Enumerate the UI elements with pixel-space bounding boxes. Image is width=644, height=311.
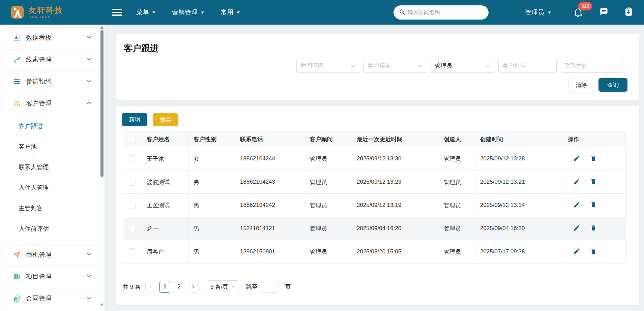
sidebar-group-head-contract[interactable]: 合同管理 bbox=[2, 288, 99, 309]
sidebar-group-label: 数据看板 bbox=[26, 33, 86, 42]
logo-text: 友轩科技 -INX TECH- bbox=[28, 6, 63, 19]
messages-button[interactable] bbox=[599, 7, 609, 18]
edit-button[interactable] bbox=[573, 155, 580, 163]
sidebar-submenu: 客户跟进客户池联系人管理入住人管理主管判客入住前评估 bbox=[2, 114, 99, 243]
table-cell: 2025/09/12 13:14 bbox=[475, 194, 563, 217]
advisor-select[interactable]: 管理员 bbox=[431, 59, 495, 73]
delete-button[interactable] bbox=[590, 224, 597, 232]
table-cell: 2025/09/12 13:30 bbox=[352, 147, 439, 170]
nav-item-menu[interactable]: 菜单 bbox=[136, 8, 156, 17]
actions-cell bbox=[563, 194, 626, 217]
notifications-button[interactable]: 313 bbox=[573, 7, 584, 18]
sidebar-item-supervisor-judge[interactable]: 主管判客 bbox=[2, 198, 99, 218]
sidebar-item-customer-follow[interactable]: 客户跟进 bbox=[2, 116, 99, 136]
column-header: 客户顾问 bbox=[305, 131, 352, 147]
select-all-checkbox[interactable] bbox=[129, 136, 136, 143]
table-cell: 管理员 bbox=[439, 147, 475, 170]
edit-button[interactable] bbox=[573, 178, 580, 186]
actions-cell bbox=[563, 147, 626, 170]
table-cell: 2025/09/04 16:20 bbox=[475, 217, 563, 240]
jump-page-input[interactable] bbox=[261, 281, 279, 293]
sidebar-item-pre-checkin-assess[interactable]: 入住前评估 bbox=[2, 218, 99, 239]
sidebar-group-head-visit-booking[interactable]: 参访预约 bbox=[2, 71, 99, 92]
chevron-down-icon bbox=[417, 63, 423, 69]
customer-name-input[interactable] bbox=[503, 63, 552, 69]
delete-button[interactable] bbox=[590, 201, 597, 209]
next-page-button[interactable] bbox=[188, 281, 199, 293]
pencil-icon bbox=[573, 227, 580, 232]
prev-page-button[interactable] bbox=[145, 281, 156, 293]
tasks-button[interactable] bbox=[624, 7, 633, 18]
sidebar-group-visit-booking: 参访预约 bbox=[2, 71, 99, 92]
table-cell: 18862104243 bbox=[235, 170, 305, 194]
documents-icon bbox=[13, 295, 21, 302]
sidebar-group-head-dashboard[interactable]: 数据看板 bbox=[2, 28, 99, 48]
nav-item-common[interactable]: 常用 bbox=[221, 8, 240, 17]
pagination: 共 9 条 12 5 条/页 bbox=[123, 280, 639, 293]
row-checkbox[interactable] bbox=[129, 155, 136, 162]
sidebar-group-head-customer[interactable]: 客户管理 bbox=[2, 93, 99, 114]
page-button-2[interactable]: 2 bbox=[174, 281, 184, 293]
table-row: 王子沐女18862104244管理员2025/09/12 13:30管理员202… bbox=[123, 147, 626, 170]
sidebar-scroll-down-arrow[interactable] bbox=[100, 304, 104, 306]
table-cell: 男 bbox=[189, 240, 235, 263]
user-dropdown[interactable]: 管理员 bbox=[525, 8, 551, 17]
table-cell: 管理员 bbox=[439, 240, 475, 263]
sidebar-group-opportunity: 商机管理 bbox=[2, 244, 99, 265]
edit-button[interactable] bbox=[573, 248, 580, 256]
sidebar-group-head-project[interactable]: 项目管理 bbox=[2, 267, 99, 287]
sidebar-item-customer-pool[interactable]: 客户池 bbox=[2, 136, 99, 157]
page-button-1[interactable]: 1 bbox=[159, 281, 170, 293]
sidebar-group-label: 商机管理 bbox=[26, 250, 86, 259]
chevron-down-icon bbox=[86, 78, 92, 85]
chevron-down-icon bbox=[350, 63, 356, 69]
nav-item-label: 营销管理 bbox=[172, 8, 198, 17]
nav-item-label: 常用 bbox=[221, 8, 233, 17]
pencil-icon bbox=[573, 158, 580, 163]
sidebar-group-head-opportunity[interactable]: 商机管理 bbox=[2, 245, 99, 265]
clear-button[interactable]: 清除 bbox=[569, 78, 594, 92]
table-cell: 2025/09/12 13:19 bbox=[352, 194, 439, 217]
column-header: 操作 bbox=[563, 131, 626, 147]
user-name: 管理员 bbox=[525, 8, 544, 17]
table-cell: 管理员 bbox=[305, 147, 352, 170]
edit-button[interactable] bbox=[573, 201, 580, 209]
query-button[interactable]: 查询 bbox=[598, 78, 627, 92]
chevron-up-icon bbox=[86, 100, 92, 107]
table-card: 新增 放弃 客户姓名客户性别联系电话客户顾问最近一次更近时间创建人创建时间操作 … bbox=[116, 106, 639, 305]
sidebar-item-resident-mgmt[interactable]: 入住人管理 bbox=[2, 177, 99, 198]
sidebar-group-customer: 客户管理 客户跟进客户池联系人管理入住人管理主管判客入住前评估 bbox=[2, 93, 99, 243]
time-range-select[interactable]: 时间区间 bbox=[296, 59, 360, 73]
sidebar-scrollbar-thumb[interactable] bbox=[100, 30, 104, 177]
chevron-down-icon bbox=[86, 273, 92, 280]
route-icon bbox=[13, 56, 21, 63]
row-checkbox[interactable] bbox=[129, 179, 136, 186]
sidebar-group-head-leads[interactable]: 线索管理 bbox=[2, 50, 99, 70]
table-cell: 女 bbox=[189, 147, 235, 170]
hamburger-menu-icon[interactable] bbox=[112, 7, 122, 18]
trash-icon bbox=[590, 227, 597, 232]
sidebar-scroll-up-arrow[interactable] bbox=[100, 26, 104, 29]
columns-icon bbox=[13, 273, 21, 280]
table-cell: 15241014121 bbox=[235, 217, 305, 240]
row-checkbox[interactable] bbox=[129, 225, 136, 232]
nav-item-marketing[interactable]: 营销管理 bbox=[172, 8, 204, 17]
contact-input[interactable] bbox=[564, 63, 618, 69]
sidebar-item-contact-mgmt[interactable]: 联系人管理 bbox=[2, 157, 99, 177]
table-header-row: 客户姓名客户性别联系电话客户顾问最近一次更近时间创建人创建时间操作 bbox=[123, 131, 626, 147]
chevron-down-icon bbox=[236, 11, 240, 14]
page-size-select[interactable]: 5 条/页 bbox=[207, 280, 239, 293]
column-header: 客户性别 bbox=[189, 131, 235, 147]
delete-button[interactable] bbox=[590, 155, 597, 163]
channel-select[interactable]: 客户渠道 bbox=[363, 59, 427, 73]
row-checkbox[interactable] bbox=[129, 248, 136, 255]
abandon-button[interactable]: 放弃 bbox=[153, 113, 178, 126]
search-input[interactable] bbox=[408, 9, 478, 15]
table-row: 王圣测试男18862104242管理员2025/09/12 13:19管理员20… bbox=[123, 194, 626, 217]
edit-button[interactable] bbox=[573, 224, 580, 232]
sidebar-group-label: 参访预约 bbox=[26, 77, 86, 86]
row-checkbox[interactable] bbox=[129, 202, 136, 209]
delete-button[interactable] bbox=[590, 248, 597, 256]
delete-button[interactable] bbox=[590, 178, 597, 186]
add-button[interactable]: 新增 bbox=[122, 113, 147, 126]
